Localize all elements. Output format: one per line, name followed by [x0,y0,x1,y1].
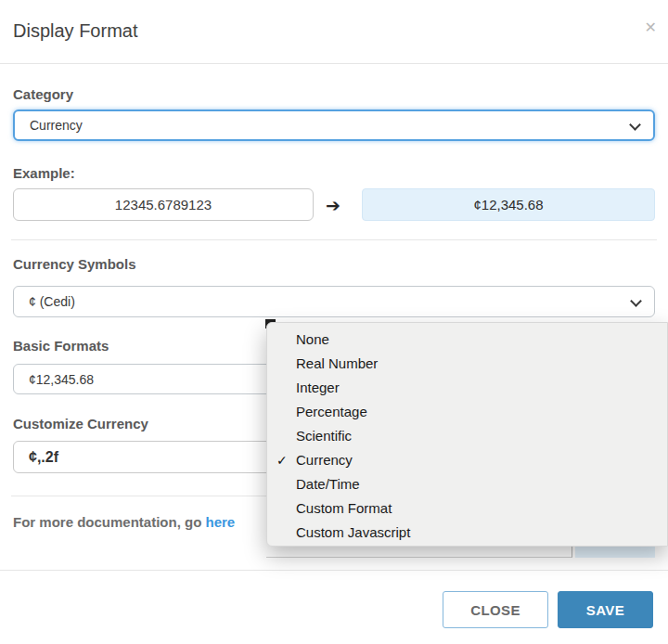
category-select-value: Currency [30,118,83,133]
example-input[interactable] [13,188,314,221]
menu-item-date-time[interactable]: Date/Time [267,472,667,496]
close-button[interactable]: CLOSE [443,591,548,628]
documentation-link[interactable]: here [206,514,236,530]
menu-item-percentage[interactable]: Percentage [267,400,667,424]
menu-item-label: Custom Javascript [296,524,410,540]
menu-item-none[interactable]: None [267,328,667,352]
menu-item-label: None [296,331,329,347]
menu-item-currency[interactable]: ✓Currency [267,448,667,472]
menu-item-custom-javascript[interactable]: Custom Javascript [267,521,667,545]
menu-item-integer[interactable]: Integer [267,376,667,400]
section-divider [11,239,657,240]
obscured-row-fragment [266,546,572,558]
menu-item-scientific[interactable]: Scientific [267,424,667,448]
obscured-preview-fragment [575,546,655,558]
checkmark-icon: ✓ [276,448,295,472]
close-icon[interactable]: ✕ [645,19,657,36]
basic-formats-select-value: ¢12,345.68 [29,372,94,387]
menu-item-label: Percentage [296,404,367,419]
documentation-text-static: For more documentation, go [13,514,206,530]
category-select[interactable]: Currency [13,109,655,141]
menu-item-custom-format[interactable]: Custom Format [267,496,667,521]
documentation-text: For more documentation, go here [13,514,235,530]
footer-divider [0,570,668,571]
display-format-modal: Display Format ✕ Category Currency Examp… [0,0,668,644]
save-button[interactable]: SAVE [558,591,653,628]
menu-item-label: Real Number [296,355,378,371]
chevron-down-icon [629,119,641,131]
currency-symbols-select[interactable]: ¢ (Cedi) [13,286,655,317]
modal-title: Display Format [13,20,137,42]
menu-item-label: Date/Time [296,476,360,492]
header-divider [0,63,668,64]
basic-formats-label: Basic Formats [13,338,109,354]
category-label: Category [13,86,73,102]
category-dropdown-menu: NoneReal NumberIntegerPercentageScientif… [266,322,668,547]
chevron-down-icon [630,295,642,307]
currency-symbols-label: Currency Symbols [13,256,136,272]
currency-symbols-select-value: ¢ (Cedi) [29,294,75,309]
example-label: Example: [13,165,75,181]
menu-item-label: Custom Format [296,500,392,516]
arrow-right-icon: ➔ [326,195,340,216]
customize-currency-label: Customize Currency [13,416,148,431]
example-result-preview: ¢12,345.68 [362,188,655,221]
menu-item-label: Scientific [296,428,352,444]
menu-item-label: Currency [296,452,353,468]
menu-item-label: Integer [296,380,340,395]
menu-item-real-number[interactable]: Real Number [267,352,667,376]
